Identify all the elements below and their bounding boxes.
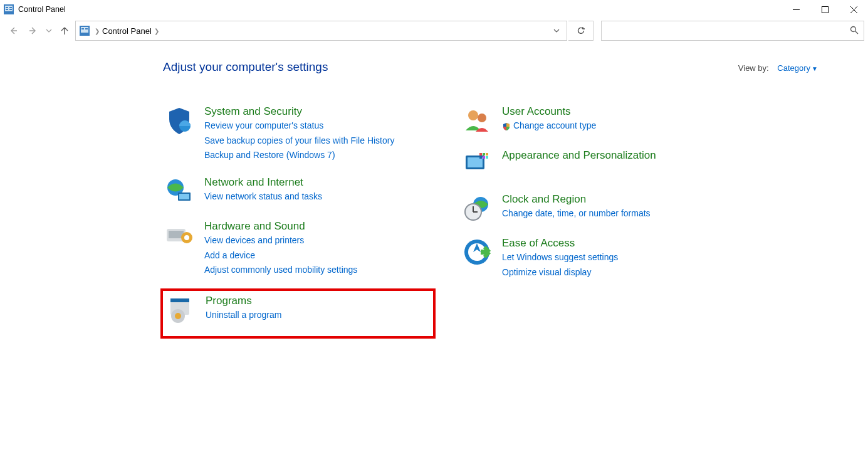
category-title[interactable]: System and Security — [204, 105, 394, 118]
svg-rect-38 — [483, 156, 485, 159]
category-title[interactable]: Clock and Region — [502, 193, 651, 206]
svg-point-29 — [175, 313, 181, 319]
category-network-and-internet: Network and InternetView network status … — [163, 174, 436, 209]
svg-rect-4 — [6, 9, 8, 10]
svg-rect-33 — [468, 157, 483, 167]
category-ease-of-access: Ease of AccessLet Windows suggest settin… — [461, 235, 733, 282]
up-button[interactable] — [55, 21, 74, 41]
view-by-value[interactable]: Category — [777, 63, 810, 73]
view-by: View by: Category▼ — [738, 63, 818, 73]
title-bar: Control Panel — [0, 0, 868, 19]
appearance-and-personalization-icon — [462, 149, 492, 179]
category-link[interactable]: Save backup copies of your files with Fi… — [204, 134, 394, 148]
search-icon[interactable] — [850, 26, 859, 36]
programs-icon — [165, 295, 196, 325]
address-dropdown[interactable] — [546, 28, 567, 34]
breadcrumb-separator[interactable]: ❯ — [152, 28, 162, 34]
category-link-label: Change date, time, or number formats — [502, 207, 651, 221]
ease-of-access-icon — [462, 237, 492, 267]
back-button[interactable] — [4, 21, 23, 41]
category-link-label: Adjust commonly used mobility settings — [204, 263, 357, 277]
category-link[interactable]: Let Windows suggest settings — [502, 251, 618, 265]
category-appearance-and-personalization: Appearance and Personalization — [461, 147, 733, 182]
svg-rect-1 — [5, 6, 13, 11]
svg-point-31 — [478, 113, 486, 122]
category-link-label: Backup and Restore (Windows 7) — [204, 149, 335, 162]
maximize-button[interactable] — [810, 0, 839, 19]
close-button[interactable] — [839, 0, 868, 19]
category-link-label: View devices and printers — [204, 234, 304, 248]
svg-rect-27 — [170, 298, 189, 302]
svg-point-16 — [851, 26, 856, 31]
category-link-label: Let Windows suggest settings — [502, 251, 618, 265]
minimize-button[interactable] — [782, 0, 810, 19]
category-link-label: Add a device — [204, 249, 255, 263]
recent-dropdown[interactable] — [44, 21, 54, 41]
category-link-label: Uninstall a program — [206, 309, 281, 322]
svg-point-25 — [184, 235, 189, 240]
category-programs: ProgramsUninstall a program — [160, 288, 436, 339]
nav-bar: ❯ Control Panel ❯ — [0, 19, 868, 43]
category-link-label: Save backup copies of your files with Fi… — [204, 134, 394, 148]
control-panel-icon — [80, 26, 90, 36]
category-clock-and-region: Clock and RegionChange date, time, or nu… — [461, 191, 733, 226]
system-and-security-icon — [164, 105, 194, 135]
clock-and-region-icon — [462, 193, 492, 223]
category-link[interactable]: Backup and Restore (Windows 7) — [204, 149, 394, 162]
category-link[interactable]: View devices and printers — [204, 234, 357, 248]
category-user-accounts: User AccountsChange account type — [461, 103, 733, 138]
category-hardware-and-sound: Hardware and SoundView devices and print… — [163, 218, 436, 280]
category-title[interactable]: Programs — [206, 295, 281, 307]
chevron-down-icon[interactable]: ▼ — [812, 65, 818, 72]
category-link[interactable]: Review your computer's status — [204, 119, 394, 133]
page-heading: Adjust your computer's settings — [163, 60, 328, 74]
category-link[interactable]: Add a device — [204, 249, 357, 263]
control-panel-icon — [4, 4, 14, 14]
address-bar[interactable]: ❯ Control Panel ❯ — [75, 21, 567, 41]
svg-rect-21 — [179, 194, 189, 199]
category-title[interactable]: Network and Internet — [204, 176, 322, 189]
search-box[interactable] — [601, 21, 864, 41]
svg-rect-34 — [479, 153, 482, 156]
refresh-button[interactable] — [568, 21, 593, 41]
svg-rect-39 — [486, 156, 488, 159]
svg-line-17 — [855, 31, 859, 34]
category-title[interactable]: User Accounts — [502, 105, 596, 118]
svg-rect-36 — [486, 153, 488, 156]
category-link[interactable]: Change account type — [502, 119, 596, 133]
breadcrumb-separator: ❯ — [92, 28, 102, 34]
svg-rect-5 — [9, 9, 12, 10]
svg-rect-13 — [81, 27, 88, 33]
svg-rect-7 — [822, 6, 828, 13]
breadcrumb[interactable]: Control Panel — [102, 26, 152, 36]
category-link[interactable]: Change date, time, or number formats — [502, 207, 651, 221]
network-and-internet-icon — [164, 176, 194, 206]
category-link-label: Change account type — [513, 119, 596, 133]
category-link-label: Review your computer's status — [204, 119, 323, 133]
forward-button[interactable] — [24, 21, 43, 41]
category-link[interactable]: Uninstall a program — [206, 309, 281, 322]
category-title[interactable]: Ease of Access — [502, 237, 618, 250]
search-input[interactable] — [607, 26, 850, 36]
category-title[interactable]: Hardware and Sound — [204, 220, 357, 233]
svg-rect-2 — [6, 7, 8, 8]
svg-rect-15 — [85, 28, 88, 29]
hardware-and-sound-icon — [164, 220, 194, 250]
categories-right-column: User AccountsChange account typeAppearan… — [461, 103, 733, 347]
category-system-and-security: System and SecurityReview your computer'… — [163, 103, 436, 165]
view-by-label: View by: — [738, 63, 769, 73]
svg-rect-37 — [479, 156, 482, 159]
content-area: Adjust your computer's settings View by:… — [0, 43, 868, 347]
user-accounts-icon — [462, 105, 492, 135]
svg-rect-3 — [9, 7, 12, 8]
svg-point-30 — [468, 110, 478, 120]
window-title: Control Panel — [18, 5, 66, 14]
category-title[interactable]: Appearance and Personalization — [502, 149, 656, 162]
category-link[interactable]: View network status and tasks — [204, 190, 322, 204]
category-link[interactable]: Adjust commonly used mobility settings — [204, 263, 357, 277]
category-link[interactable]: Optimize visual display — [502, 266, 618, 280]
category-link-label: View network status and tasks — [204, 190, 322, 204]
svg-rect-14 — [81, 28, 84, 29]
categories-left-column: System and SecurityReview your computer'… — [163, 103, 436, 347]
category-link-label: Optimize visual display — [502, 266, 591, 280]
